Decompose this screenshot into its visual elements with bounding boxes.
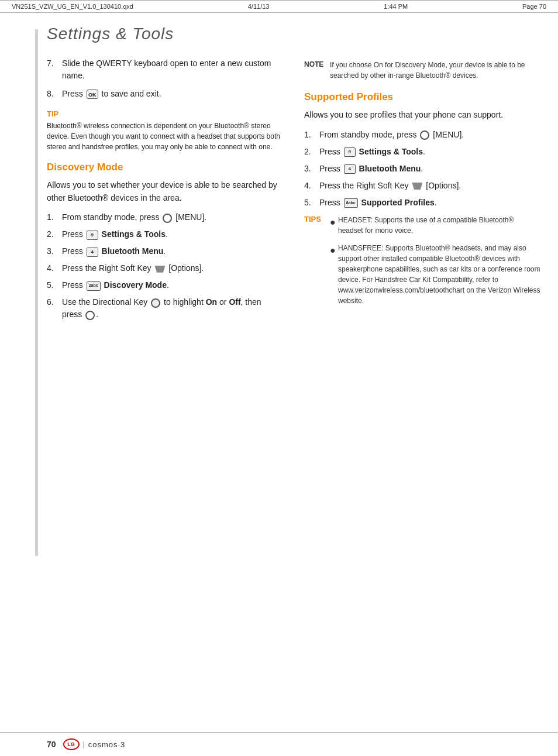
discovery-steps: 1. From standby mode, press [MENU]. 2. P… [47, 211, 281, 321]
tip-item-2: ● HANDSFREE: Supports Bluetooth® headset… [330, 243, 540, 306]
step7-number: 7. [47, 57, 60, 82]
disc-step1-num: 1. [47, 211, 60, 224]
sup-step1-num: 1. [304, 129, 317, 141]
left-accent-bar [35, 29, 38, 556]
sup-step2-num: 2. [304, 146, 317, 158]
note-box: NOTE If you choose On for Discovery Mode… [304, 60, 540, 81]
tip1-text: HEADSET: Supports the use of a compatibl… [338, 215, 540, 236]
disc-step2-num: 2. [47, 228, 60, 240]
right-column: NOTE If you choose On for Discovery Mode… [304, 25, 540, 327]
ok-circle-icon [85, 311, 95, 320]
supported-steps: 1. From standby mode, press [MENU]. 2. P… [304, 129, 540, 209]
step8-number: 8. [47, 88, 60, 100]
nav-key-icon [151, 298, 160, 308]
disc-step4-num: 4. [47, 262, 60, 274]
header-time: 1:44 PM [384, 3, 408, 10]
disc-step4-text: Press the Right Soft Key [Options]. [62, 262, 204, 274]
tips-container: TIPS ● HEADSET: Supports the use of a co… [304, 215, 540, 313]
supported-profiles-section: Supported Profiles Allows you to see pro… [304, 91, 540, 313]
header-filename: VN251S_VZW_UG_EN_V1.0_130410.qxd [12, 3, 133, 10]
discovery-mode-title: Discovery Mode [47, 161, 281, 173]
step8-text: Press OK to save and exit. [62, 88, 281, 100]
step7-container: 7. Slide the QWERTY keyboard open to ent… [47, 57, 281, 100]
ok-icon: OK [87, 90, 98, 99]
footer-page-number: 70 [47, 740, 56, 749]
tip2-text: HANDSFREE: Supports Bluetooth® headsets,… [338, 243, 540, 306]
supported-profiles-title: Supported Profiles [304, 91, 540, 103]
bullet-1: ● [330, 218, 335, 227]
key9-icon: 9 [87, 231, 98, 240]
sup-step2-text: Press 9 Settings & Tools. [319, 146, 425, 158]
key8abc-icon: 8abc [344, 198, 358, 208]
key2abc-icon: 2abc [87, 281, 101, 291]
key4-icon: 4 [87, 248, 98, 257]
disc-step1-text: From standby mode, press [MENU]. [62, 211, 206, 224]
lg-logo-icon: LG [63, 738, 80, 750]
menu-circle-icon-2 [420, 130, 429, 140]
header-page: Page 70 [522, 3, 546, 10]
footer-logo: LG | cosmos·3 [63, 738, 126, 750]
note-text: If you choose On for Discovery Mode, you… [330, 60, 540, 81]
header-date: 4/11/13 [248, 3, 270, 10]
supported-profiles-para: Allows you to see profiles that your pho… [304, 109, 540, 122]
right-soft-key-icon-sup [412, 183, 422, 190]
sup-step5-text: Press 8abc Supported Profiles. [319, 197, 437, 209]
tips-items: ● HEADSET: Supports the use of a compati… [330, 215, 540, 313]
discovery-mode-section: Discovery Mode Allows you to set whether… [47, 161, 281, 321]
tips-label: TIPS [304, 215, 325, 313]
tip-item-1: ● HEADSET: Supports the use of a compati… [330, 215, 540, 236]
tip-text: Bluetooth® wireless connection is depend… [47, 121, 281, 152]
sup-step3-text: Press 4 Bluetooth Menu. [319, 163, 423, 175]
key4-icon-2: 4 [344, 164, 356, 174]
sup-step1-text: From standby mode, press [MENU]. [319, 129, 464, 141]
sup-step4-text: Press the Right Soft Key [Options]. [319, 180, 461, 192]
right-soft-key-icon-disc [154, 266, 165, 273]
content-area: Settings & Tools 7. Slide the QWERTY key… [0, 13, 558, 338]
disc-step3-num: 3. [47, 245, 60, 257]
note-label: NOTE [304, 60, 325, 81]
page-container: VN251S_VZW_UG_EN_V1.0_130410.qxd 4/11/13… [0, 0, 558, 756]
menu-circle-icon-1 [163, 214, 172, 223]
bullet-2: ● [330, 246, 335, 255]
sup-step5-num: 5. [304, 197, 317, 209]
cosmos-brand-text: cosmos·3 [88, 740, 126, 749]
key9-icon-2: 9 [344, 147, 356, 157]
left-column: Settings & Tools 7. Slide the QWERTY key… [47, 25, 281, 327]
tip-label: TIP [47, 109, 281, 118]
disc-step3-text: Press 4 Bluetooth Menu. [62, 245, 166, 257]
disc-step6-num: 6. [47, 296, 60, 308]
step7-text: Slide the QWERTY keyboard open to enter … [62, 57, 281, 82]
discovery-mode-para: Allows you to set whether your device is… [47, 179, 281, 204]
disc-step5-num: 5. [47, 279, 60, 291]
header-bar: VN251S_VZW_UG_EN_V1.0_130410.qxd 4/11/13… [0, 0, 558, 13]
footer-bar: 70 LG | cosmos·3 [0, 732, 558, 756]
sup-step3-num: 3. [304, 163, 317, 175]
disc-step2-text: Press 9 Settings & Tools. [62, 228, 168, 240]
disc-step5-text: Press 2abc Discovery Mode. [62, 279, 169, 291]
disc-step6-text: Use the Directional Key to highlight On … [62, 296, 281, 321]
sup-step4-num: 4. [304, 180, 317, 192]
page-title: Settings & Tools [47, 25, 281, 43]
